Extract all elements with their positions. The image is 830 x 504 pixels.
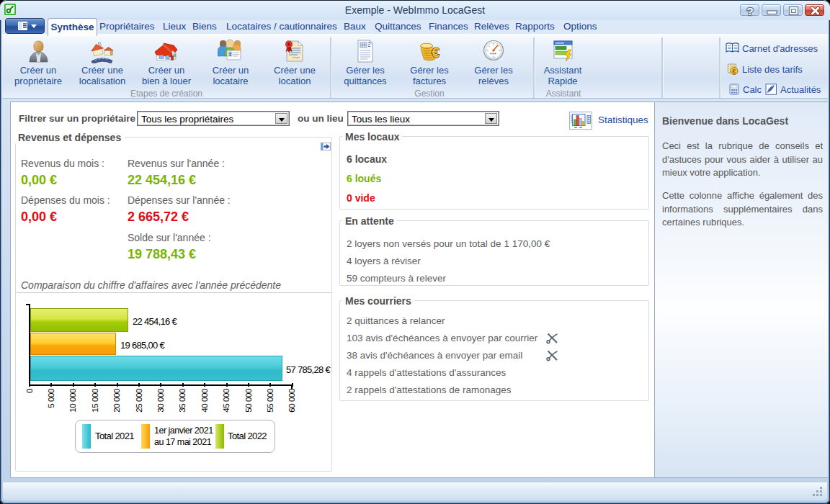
svg-text:€: € bbox=[732, 67, 736, 75]
svg-text:€: € bbox=[432, 45, 439, 60]
svg-text:?: ? bbox=[746, 5, 753, 17]
